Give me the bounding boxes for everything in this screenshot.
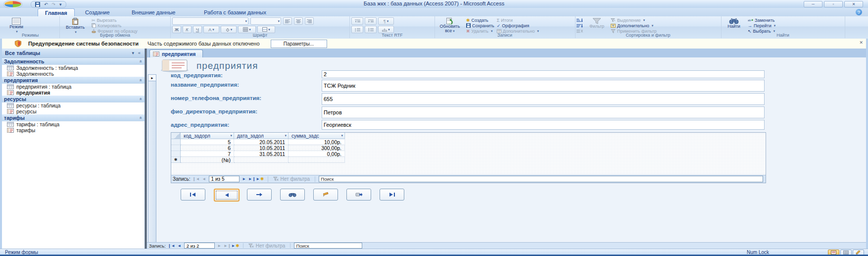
align-right-button[interactable]	[305, 17, 314, 25]
find-button[interactable]: Найти	[723, 17, 745, 29]
nav-group-header-tariffs[interactable]: тарифы »	[2, 114, 145, 121]
select-all-corner[interactable]	[171, 133, 181, 139]
next-record-icon[interactable]: ►	[241, 176, 247, 182]
spelling-button[interactable]: ✓ Орфография	[497, 23, 539, 28]
close-form-button[interactable]	[346, 189, 371, 201]
cell-debt-code[interactable]: 5	[181, 139, 234, 145]
nav-pane-header[interactable]: Все таблицы ▾ «	[2, 49, 145, 58]
help-icon[interactable]: ?	[856, 9, 862, 15]
record-selector-bar[interactable]: ►	[148, 74, 156, 242]
field-input-name[interactable]	[322, 80, 765, 92]
bullet-list-button[interactable]	[365, 26, 377, 33]
column-dropdown-icon[interactable]: ▾	[285, 134, 287, 138]
paste-button[interactable]: Вставить ▾	[61, 17, 89, 34]
redo-icon[interactable]: ↷	[52, 2, 56, 7]
record-position[interactable]: 2 из 2	[184, 243, 215, 249]
new-blank-record-icon[interactable]: ►✱	[232, 243, 239, 249]
view-button[interactable]: Режим ▾	[2, 17, 30, 34]
cell-debt-code[interactable]: 6	[181, 145, 234, 151]
previous-record-button[interactable]	[214, 189, 240, 202]
refresh-all-button[interactable]: Обновить все▾	[436, 17, 464, 33]
save-icon[interactable]	[35, 2, 40, 7]
first-record-button[interactable]	[181, 189, 205, 201]
selection-filter-button[interactable]: Выделение ▾	[611, 18, 657, 22]
cell-debt-sum[interactable]: 300,00р.	[289, 145, 345, 151]
cell-debt-date[interactable]: 20.05.2011	[234, 139, 289, 145]
decrease-indent-button[interactable]	[351, 17, 363, 25]
restore-button[interactable]: ▫	[824, 1, 843, 7]
form-search-input[interactable]	[294, 243, 362, 249]
advanced-filter-button[interactable]: Дополнительно ▾	[611, 23, 657, 28]
column-header-debt-code[interactable]: код_задорл▾	[181, 133, 234, 139]
record-position[interactable]: 1 из 5	[209, 176, 240, 182]
tab-external-data[interactable]: Внешние данные	[125, 8, 182, 16]
nav-item-debt-table[interactable]: Задолженность : таблица	[2, 65, 145, 71]
fill-color-button[interactable]: ▾	[221, 26, 237, 33]
font-name-combo[interactable]: ▾	[172, 17, 248, 25]
nav-item-tariffs-form[interactable]: тарифы	[2, 127, 145, 133]
numbered-list-button[interactable]	[351, 26, 363, 33]
cell-debt-date[interactable]: 31.05.2011	[234, 151, 289, 157]
nav-group-header-enterprises[interactable]: предприятия »	[2, 77, 145, 84]
nav-item-debt-form[interactable]: Задолженность	[2, 71, 145, 77]
office-button[interactable]	[4, 0, 22, 8]
previous-record-icon[interactable]: ◄	[176, 243, 183, 249]
column-header-debt-date[interactable]: дата_задол▾	[234, 133, 289, 139]
undo-icon[interactable]: ↶	[44, 2, 48, 7]
column-dropdown-icon[interactable]: ▾	[341, 134, 343, 138]
row-selector[interactable]	[171, 151, 181, 157]
column-header-debt-sum[interactable]: сумма_задс▾	[289, 133, 345, 139]
nav-item-tariffs-table[interactable]: тарифы : таблица	[2, 121, 145, 127]
sort-ascending-button[interactable]	[577, 18, 583, 22]
cell-new-record[interactable]	[289, 157, 345, 163]
nav-pane-menu-icon[interactable]: ▾	[132, 51, 134, 55]
refresh-dropdown-icon[interactable]: ▾	[453, 29, 455, 33]
goto-button[interactable]: → Перейти ▾	[748, 23, 775, 28]
tab-create[interactable]: Создание	[78, 8, 117, 16]
field-input-address[interactable]	[322, 120, 765, 130]
filter-button[interactable]: Фильтр	[585, 17, 608, 29]
nav-group-header-resources[interactable]: ресурсы »	[2, 96, 145, 102]
qat-dropdown-icon[interactable]: ▾	[59, 2, 62, 7]
tab-home[interactable]: Главная	[38, 8, 75, 16]
find-record-button[interactable]	[280, 189, 305, 201]
cut-button[interactable]: ✂ Вырезать	[92, 18, 138, 22]
field-input-phone[interactable]	[322, 93, 765, 105]
next-record-icon[interactable]: ►	[216, 243, 223, 249]
save-record-ribbon-button[interactable]: Сохранить	[466, 23, 494, 28]
align-left-button[interactable]	[283, 17, 292, 25]
italic-button[interactable]: К	[183, 26, 192, 33]
first-record-icon[interactable]: ❙◄	[193, 176, 199, 182]
document-tab-enterprises[interactable]: предприятия	[149, 50, 203, 58]
sort-descending-button[interactable]	[577, 23, 583, 28]
tab-database-tools[interactable]: Работа с базами данных	[197, 8, 273, 16]
totals-button[interactable]: Σ Итоги	[497, 18, 539, 22]
highlight-button[interactable]: ▾	[378, 26, 394, 33]
font-color-button[interactable]: А▾	[203, 26, 219, 33]
minimize-button[interactable]: ─	[804, 1, 822, 7]
nav-item-enterprises-table[interactable]: предприятия : таблица	[2, 84, 145, 90]
replace-button[interactable]: ab Заменить	[748, 18, 775, 22]
field-input-director[interactable]	[322, 106, 765, 118]
subform-search-input[interactable]	[319, 176, 763, 182]
bold-button[interactable]: Ж	[172, 26, 181, 33]
new-record-marker-icon[interactable]: ✱	[171, 157, 181, 163]
nav-pane-collapse-icon[interactable]: «	[138, 51, 141, 55]
column-dropdown-icon[interactable]: ▾	[230, 134, 232, 138]
cell-debt-date[interactable]: 10.05.2011	[234, 145, 289, 151]
nav-item-resources-table[interactable]: ресурсы : таблица	[2, 102, 145, 108]
font-size-combo[interactable]: ▾	[250, 17, 281, 25]
nav-group-header-debt[interactable]: Задолженность »	[2, 58, 145, 65]
close-button[interactable]: ✕	[844, 1, 863, 7]
last-record-icon[interactable]: ►❙	[224, 243, 231, 249]
first-record-icon[interactable]: ❙◄	[168, 243, 175, 249]
align-center-button[interactable]	[294, 17, 303, 25]
row-selector[interactable]	[171, 145, 181, 151]
alternate-fill-button[interactable]: ▾	[257, 26, 275, 33]
increase-indent-button[interactable]	[365, 17, 377, 25]
cell-debt-code[interactable]: 7	[181, 151, 234, 157]
cell-new-record[interactable]: (№)	[181, 157, 234, 163]
cell-debt-sum[interactable]: 0,00р.	[289, 151, 345, 157]
field-input-code[interactable]	[322, 70, 765, 78]
next-record-button[interactable]	[247, 189, 272, 201]
